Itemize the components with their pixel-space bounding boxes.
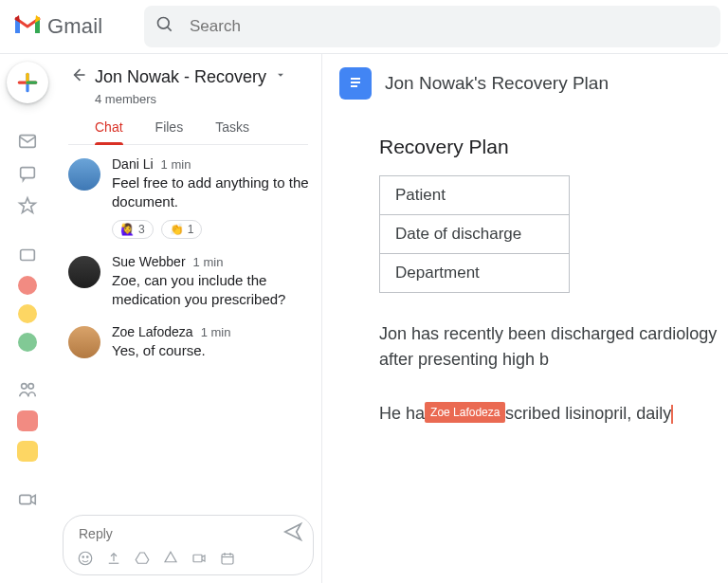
message-list: Dani Li 1 min Feel free to add anything … [55, 145, 321, 511]
collab-name-tag: Zoe Lafodeza [425, 402, 505, 423]
drive-icon[interactable] [134, 550, 151, 571]
tab-chat[interactable]: Chat [95, 119, 123, 144]
avatar [68, 158, 100, 191]
gmail-logo-icon [13, 14, 42, 39]
svg-rect-11 [193, 555, 202, 562]
svg-line-1 [168, 27, 172, 31]
avatar [68, 256, 100, 288]
reaction-emoji: 👏 [170, 223, 184, 236]
message-sender: Dani Li [112, 156, 154, 172]
room-square[interactable] [17, 410, 38, 431]
table-row: Department [380, 254, 570, 293]
message: Dani Li 1 min Feel free to add anything … [68, 156, 312, 239]
document-paragraph: He has been pZoe Lafodezarescribed lisin… [379, 401, 728, 427]
svg-rect-16 [351, 85, 357, 87]
avatar [68, 326, 100, 358]
table-cell: Patient [380, 176, 570, 215]
brand: Gmail [13, 14, 136, 39]
google-docs-icon [339, 67, 372, 100]
chat-header: Jon Nowak - Recovery 4 members Chat File… [55, 54, 321, 145]
svg-point-6 [28, 384, 33, 390]
table-row: Patient [380, 176, 570, 215]
svg-rect-7 [20, 495, 31, 503]
svg-rect-14 [351, 78, 360, 80]
table-cell: Date of discharge [380, 215, 570, 254]
message: Zoe Lafodeza 1 min Yes, of course. [68, 324, 312, 360]
reaction-chip[interactable]: 🙋‍♀️ 3 [112, 220, 154, 239]
chat-subtitle: 4 members [68, 88, 308, 106]
search-input[interactable] [188, 16, 709, 37]
search-icon [155, 15, 174, 38]
chat-title[interactable]: Jon Nowak - Recovery [95, 67, 266, 87]
chevron-down-icon[interactable] [274, 68, 287, 85]
mail-icon[interactable] [16, 130, 39, 153]
reaction-chip[interactable]: 👏 1 [161, 220, 203, 239]
message-time: 1 min [201, 325, 231, 339]
nav-rail [0, 54, 55, 583]
calendar-icon[interactable] [219, 550, 236, 571]
presence-dot[interactable] [18, 333, 37, 352]
svg-rect-4 [21, 250, 35, 261]
meet-icon[interactable] [16, 488, 39, 511]
upload-icon[interactable] [105, 550, 122, 571]
text-cursor [671, 405, 673, 424]
meet-attach-icon[interactable] [191, 550, 208, 571]
document-header: Jon Nowak's Recovery Plan [322, 54, 728, 107]
collab-cursor: s been pZoe Lafodeza [425, 404, 490, 423]
attach-row [77, 546, 303, 571]
document-heading: Recovery Plan [379, 136, 728, 158]
tab-tasks[interactable]: Tasks [215, 119, 249, 144]
message-sender: Sue Webber [112, 254, 186, 269]
star-icon[interactable] [16, 194, 39, 217]
compose-button[interactable] [7, 62, 48, 103]
reaction-emoji: 🙋‍♀️ [120, 223, 135, 236]
svg-rect-12 [222, 555, 233, 565]
svg-point-5 [22, 384, 27, 390]
message-text: Zoe, can you include the medication you … [112, 271, 312, 310]
svg-point-9 [82, 556, 84, 558]
document-table: Patient Date of discharge Department [379, 175, 570, 293]
reply-box[interactable] [63, 515, 314, 575]
message-time: 1 min [161, 157, 191, 172]
chat-tabs: Chat Files Tasks [68, 106, 308, 145]
room-square[interactable] [17, 441, 38, 462]
chat-panel: Jon Nowak - Recovery 4 members Chat File… [55, 54, 322, 583]
table-cell: Department [380, 254, 570, 293]
people-icon[interactable] [16, 378, 39, 401]
message-sender: Zoe Lafodeza [112, 324, 193, 339]
message: Sue Webber 1 min Zoe, can you include th… [68, 254, 312, 310]
app-header: Gmail [0, 0, 728, 53]
emoji-icon[interactable] [77, 550, 94, 571]
svg-point-0 [158, 18, 170, 29]
reaction-count: 3 [138, 223, 145, 236]
presence-dot[interactable] [18, 304, 37, 323]
svg-rect-15 [351, 82, 360, 83]
docs-attach-icon[interactable] [162, 550, 179, 571]
document-body[interactable]: Recovery Plan Patient Date of discharge … [322, 107, 728, 427]
back-arrow-icon[interactable] [68, 65, 87, 88]
reply-input[interactable] [77, 525, 282, 542]
spaces-icon[interactable] [16, 244, 39, 266]
message-text: Feel free to add anything to the documen… [112, 173, 312, 212]
table-row: Date of discharge [380, 215, 570, 254]
search-bar[interactable] [144, 6, 720, 47]
brand-label: Gmail [47, 14, 102, 39]
chat-icon[interactable] [16, 162, 39, 185]
tab-files[interactable]: Files [155, 119, 184, 144]
reaction-count: 1 [188, 223, 194, 236]
message-text: Yes, of course. [112, 341, 312, 360]
svg-rect-3 [21, 168, 35, 178]
presence-dot[interactable] [18, 276, 37, 295]
document-panel: Jon Nowak's Recovery Plan Recovery Plan … [322, 54, 728, 583]
message-time: 1 min [193, 255, 224, 269]
svg-point-10 [87, 556, 89, 558]
document-paragraph: Jon has recently been discharged cardiol… [379, 321, 728, 373]
svg-point-8 [79, 552, 92, 565]
document-title: Jon Nowak's Recovery Plan [385, 73, 609, 94]
send-icon[interactable] [282, 521, 303, 546]
